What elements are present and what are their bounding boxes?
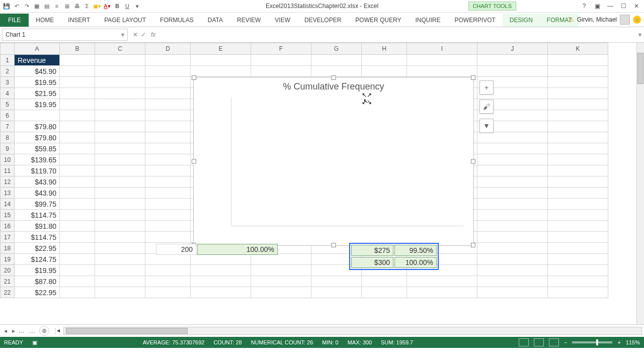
cell[interactable] <box>95 165 145 176</box>
row-header[interactable]: 4 <box>1 88 15 99</box>
tab-review[interactable]: REVIEW <box>230 14 268 27</box>
cell[interactable] <box>548 143 608 154</box>
row-header[interactable]: 8 <box>1 132 15 143</box>
row-header[interactable]: 18 <box>1 243 15 254</box>
cancel-formula-icon[interactable]: ✕ <box>133 31 138 38</box>
row-header[interactable]: 17 <box>1 232 15 243</box>
chart-resize-handle[interactable] <box>471 243 475 247</box>
cell[interactable] <box>95 88 145 99</box>
column-header[interactable]: D <box>145 43 191 55</box>
cell[interactable] <box>311 276 362 287</box>
cell[interactable] <box>95 199 145 210</box>
tab-design[interactable]: DESIGN <box>503 14 540 27</box>
cell[interactable] <box>548 66 608 77</box>
row-header[interactable]: 14 <box>1 199 15 210</box>
cell[interactable] <box>145 221 191 232</box>
qat-icon[interactable]: Σ <box>83 2 92 11</box>
cell[interactable] <box>145 165 191 176</box>
chart-filters-button[interactable]: ▼ <box>479 119 494 133</box>
qat-more-icon[interactable]: ▾ <box>133 2 142 11</box>
cell[interactable]: $114.75 <box>15 232 60 243</box>
ribbon-display-options-icon[interactable]: ▣ <box>592 2 603 11</box>
column-header[interactable]: B <box>60 43 95 55</box>
column-header[interactable]: J <box>477 43 548 55</box>
tab-more-icon[interactable]: … <box>18 327 25 334</box>
row-header[interactable]: 9 <box>1 143 15 154</box>
cell[interactable] <box>60 221 95 232</box>
name-box-dropdown-icon[interactable]: ▾ <box>121 31 124 38</box>
cell[interactable] <box>60 121 95 132</box>
qat-icon[interactable]: ▦ <box>32 2 41 11</box>
cell[interactable] <box>95 287 145 298</box>
row-header[interactable]: 10 <box>1 154 15 165</box>
cell[interactable]: $124.75 <box>15 254 60 265</box>
cell[interactable] <box>548 188 608 199</box>
zoom-level[interactable]: 115% <box>626 339 640 345</box>
avatar[interactable] <box>620 15 630 25</box>
tab-scroll-prev-icon[interactable]: ◂ <box>2 327 9 334</box>
chart-resize-handle[interactable] <box>332 243 336 247</box>
warning-icon[interactable]: ⚠ <box>569 16 574 23</box>
chart-source-range-highlight[interactable]: $27599.50% $300100.00% <box>349 243 439 270</box>
fill-color-icon[interactable]: ▣▾ <box>93 2 102 11</box>
new-sheet-button[interactable]: ⊕ <box>39 326 49 336</box>
cell[interactable] <box>477 66 548 77</box>
cell[interactable] <box>548 110 608 121</box>
cell[interactable] <box>311 55 362 66</box>
print-preview-icon[interactable]: 🖶 <box>72 2 82 11</box>
cell[interactable]: $79.80 <box>15 132 60 143</box>
tab-inquire[interactable]: INQUIRE <box>408 14 447 27</box>
cell[interactable] <box>60 110 95 121</box>
cell[interactable] <box>477 55 548 66</box>
cell[interactable] <box>191 265 251 276</box>
cell[interactable] <box>548 132 608 143</box>
cell[interactable] <box>95 121 145 132</box>
cell[interactable] <box>60 88 95 99</box>
cell[interactable] <box>95 110 145 121</box>
help-icon[interactable]: ? <box>579 2 590 11</box>
save-icon[interactable]: 💾 <box>2 2 11 11</box>
cell[interactable] <box>407 276 477 287</box>
cell[interactable] <box>548 176 608 188</box>
chart-resize-handle[interactable] <box>471 159 475 164</box>
cell[interactable] <box>95 221 145 232</box>
cell[interactable]: $59.85 <box>15 143 60 154</box>
cell[interactable] <box>548 243 608 254</box>
chart-resize-handle[interactable] <box>192 159 196 164</box>
cell[interactable] <box>95 188 145 199</box>
cell[interactable] <box>145 176 191 188</box>
row-header[interactable]: 16 <box>1 221 15 232</box>
tab-view[interactable]: VIEW <box>268 14 297 27</box>
chart-elements-button[interactable]: + <box>479 80 494 95</box>
cell[interactable] <box>477 265 548 276</box>
cell[interactable] <box>548 232 608 243</box>
cell[interactable] <box>548 287 608 298</box>
formula-bar-input[interactable] <box>160 28 636 41</box>
cell[interactable] <box>191 66 251 77</box>
cell[interactable] <box>95 276 145 287</box>
tab-more-icon[interactable]: … <box>27 327 37 334</box>
scroll-left-icon[interactable]: ◂ <box>57 327 60 334</box>
cell[interactable] <box>60 287 95 298</box>
column-header[interactable]: G <box>311 43 362 55</box>
cell[interactable] <box>407 66 477 77</box>
cell[interactable] <box>477 276 548 287</box>
close-icon[interactable]: ✕ <box>631 2 642 11</box>
cell[interactable]: $79.80 <box>15 121 60 132</box>
cell[interactable] <box>60 176 95 188</box>
cell[interactable] <box>95 77 145 88</box>
normal-view-icon[interactable] <box>519 338 529 346</box>
cell[interactable] <box>548 276 608 287</box>
row-header[interactable]: 2 <box>1 66 15 77</box>
row-header[interactable]: 5 <box>1 99 15 110</box>
cell[interactable] <box>477 221 548 232</box>
cell[interactable] <box>477 176 548 188</box>
cell[interactable]: $43.90 <box>15 176 60 188</box>
embedded-chart[interactable]: % Cumulative Frequency ↖↗↙↘ ↖ + 🖌 ▼ <box>193 77 474 246</box>
cell[interactable] <box>362 55 407 66</box>
row-header[interactable]: 21 <box>1 276 15 287</box>
cell[interactable] <box>191 55 251 66</box>
cell[interactable] <box>477 132 548 143</box>
chart-plot-area[interactable] <box>231 98 463 226</box>
cell[interactable]: $22.95 <box>15 287 60 298</box>
